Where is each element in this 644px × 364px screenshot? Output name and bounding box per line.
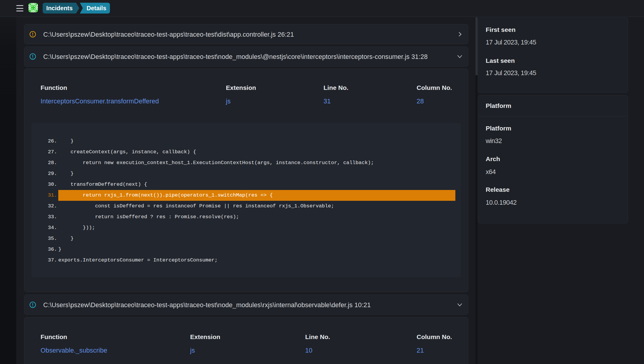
svg-text:Incidents: Incidents: [46, 5, 73, 11]
svg-text:Details: Details: [87, 5, 106, 11]
